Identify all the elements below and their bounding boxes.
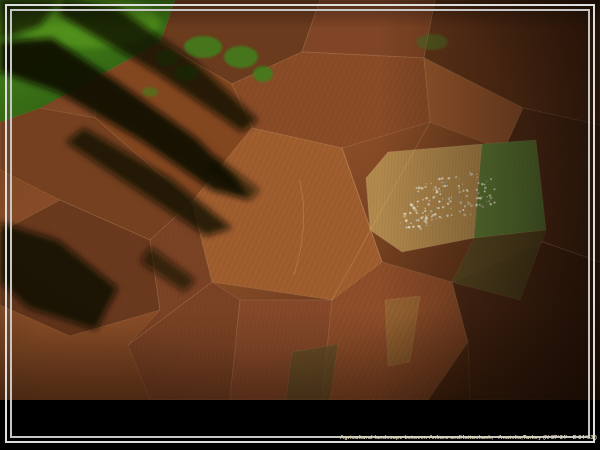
wallpaper-canvas: Agricultural landscape between Ankara an… <box>0 0 600 450</box>
caption: Agricultural landscape between Ankara an… <box>340 399 597 450</box>
aerial-photo-svg <box>0 0 600 400</box>
caption-title: Agricultural landscape between Ankara an… <box>340 434 597 440</box>
aerial-photo <box>0 0 600 400</box>
global-vignette <box>0 0 600 400</box>
